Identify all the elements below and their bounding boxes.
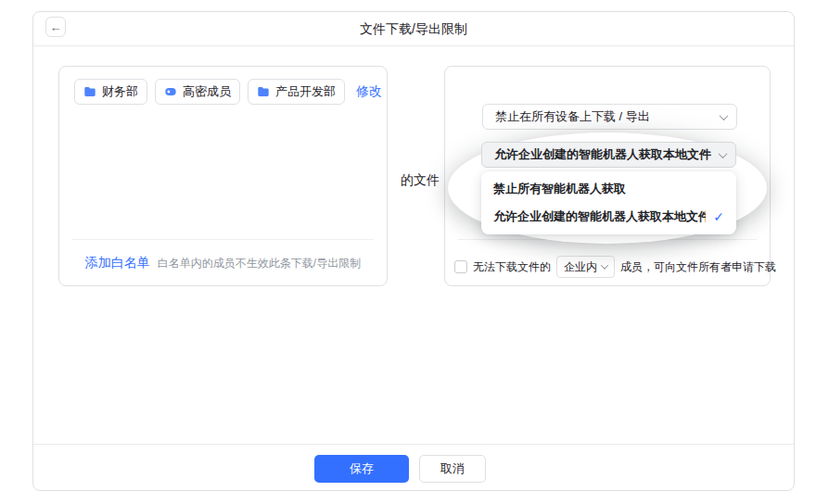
robot-access-value: 允许企业创建的智能机器人获取本地文件 — [494, 146, 711, 163]
footer-divider — [33, 444, 794, 445]
add-whitelist-link[interactable]: 添加白名单 — [85, 255, 150, 271]
folder-icon — [257, 85, 270, 98]
apply-text-before: 无法下载文件的 — [473, 259, 551, 275]
scope-tag-secure-members: 高密成员 — [155, 79, 240, 105]
scope-tag-finance: 财务部 — [74, 79, 147, 105]
files-of-label: 的文件 — [397, 172, 443, 189]
device-restriction-value: 禁止在所有设备上下载 / 导出 — [495, 108, 650, 125]
menu-option-allow-enterprise-robots[interactable]: 允许企业创建的智能机器人获取本地文件 ✓ — [481, 203, 736, 231]
restriction-dialog: ← 文件下载/导出限制 财务部 高密成员 产品开发部 — [32, 11, 795, 491]
robot-access-dropdown[interactable]: 允许企业创建的智能机器人获取本地文件 — [481, 142, 736, 168]
scope-panel-divider — [72, 239, 374, 240]
dialog-header: ← 文件下载/导出限制 — [33, 12, 794, 46]
footer-buttons: 保存 取消 — [314, 455, 486, 483]
robot-access-menu: 禁止所有智能机器人获取 允许企业创建的智能机器人获取本地文件 ✓ — [481, 171, 736, 234]
save-button[interactable]: 保存 — [314, 455, 409, 483]
check-icon: ✓ — [713, 209, 724, 224]
modify-scope-link[interactable]: 修改 — [356, 83, 382, 100]
scope-tags-row: 财务部 高密成员 产品开发部 修改 — [74, 79, 377, 105]
whitelist-hint: 白名单内的成员不生效此条下载/导出限制 — [158, 256, 361, 271]
cancel-button[interactable]: 取消 — [419, 455, 486, 483]
chevron-down-icon — [720, 111, 729, 120]
apply-text-after: 成员，可向文件所有者申请下载 — [620, 259, 776, 275]
scope-tag-label: 产品开发部 — [275, 83, 336, 100]
scope-tag-product-dev: 产品开发部 — [248, 79, 345, 105]
member-scope-dropdown[interactable]: 企业内 — [556, 256, 615, 278]
page-title: 文件下载/导出限制 — [33, 12, 794, 46]
member-badge-icon — [164, 85, 177, 98]
folder-icon — [83, 85, 96, 98]
chevron-down-icon — [719, 149, 728, 158]
apply-download-checkbox[interactable] — [454, 260, 467, 273]
scope-tag-label: 高密成员 — [183, 83, 231, 100]
scope-panel: 财务部 高密成员 产品开发部 修改 添加白名单 白名单内的成员不生效此条下载/导… — [58, 66, 388, 286]
whitelist-row: 添加白名单 白名单内的成员不生效此条下载/导出限制 — [59, 255, 387, 271]
member-scope-value: 企业内 — [564, 259, 597, 275]
apply-download-row: 无法下载文件的 企业内 成员，可向文件所有者申请下载 — [454, 256, 768, 278]
menu-option-label: 允许企业创建的智能机器人获取本地文件 — [493, 208, 706, 225]
menu-option-label: 禁止所有智能机器人获取 — [493, 181, 724, 197]
chevron-down-icon — [601, 261, 608, 269]
device-restriction-dropdown[interactable]: 禁止在所有设备上下载 / 导出 — [482, 104, 737, 130]
scope-tag-label: 财务部 — [102, 83, 138, 100]
menu-option-forbid-robots[interactable]: 禁止所有智能机器人获取 — [481, 175, 736, 203]
